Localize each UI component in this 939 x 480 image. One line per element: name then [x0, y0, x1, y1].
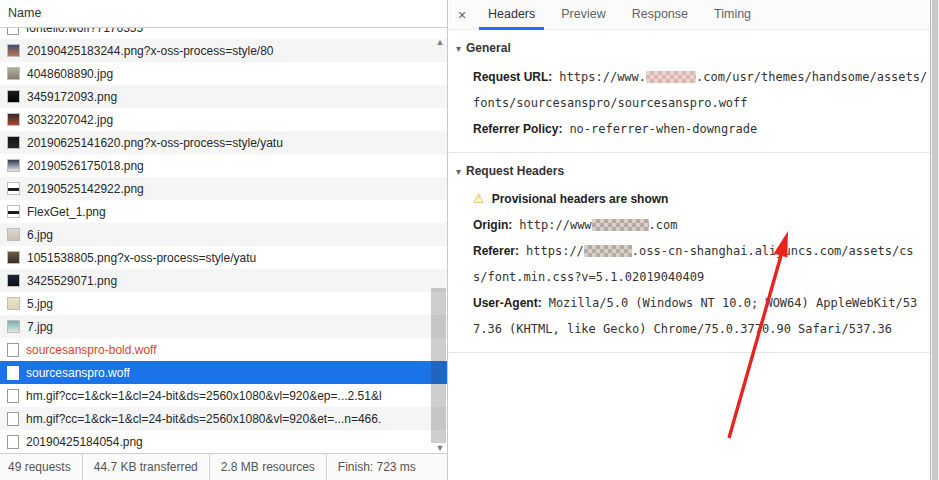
header-line: Request URL:https://www..com/usr/themes/… [473, 68, 939, 85]
general-section-header[interactable]: ▾ General [449, 30, 939, 55]
header-value: .com [649, 218, 678, 232]
image-thumbnail-icon [7, 274, 20, 287]
document-icon [7, 412, 19, 426]
request-name: 7.jpg [27, 320, 53, 334]
image-thumbnail-icon [7, 67, 20, 80]
header-line: Referrer Policy:no-referrer-when-downgra… [473, 120, 939, 137]
status-item: 49 requests [0, 454, 83, 480]
devtools-network-panel: Name fontello.woff?717635520190425183244… [0, 0, 939, 480]
header-value: .oss-cn-shanghai.aliyuncs.com/assets/cs [632, 244, 914, 258]
network-request-row[interactable]: 3425529071.png [0, 269, 447, 292]
status-item: Finish: 723 ms [327, 454, 427, 480]
tab-headers[interactable]: Headers [475, 0, 548, 30]
image-thumbnail-icon [7, 228, 20, 241]
network-summary-bar: 49 requests44.7 KB transferred2.8 MB res… [0, 453, 447, 480]
image-thumbnail-icon [7, 182, 20, 195]
network-request-row[interactable]: sourcesanspro-bold.woff [0, 338, 447, 361]
network-request-row[interactable]: fontello.woff?7176355 [0, 28, 447, 39]
section-divider [449, 352, 939, 353]
warning-icon: ⚠ [473, 191, 485, 207]
scroll-down-icon[interactable]: ▼ [433, 442, 447, 454]
document-icon [7, 28, 19, 35]
request-name: 5.jpg [27, 297, 53, 311]
status-item: 2.8 MB resources [210, 454, 327, 480]
request-name: sourcesanspro.woff [26, 366, 130, 380]
provisional-headers-warning: ⚠ Provisional headers are shown [473, 191, 939, 207]
image-thumbnail-icon [7, 251, 20, 264]
right-scrollbar[interactable] [930, 0, 939, 480]
image-thumbnail-icon [7, 159, 20, 172]
headers-tab-content: ▾ General Request URL:https://www..com/u… [449, 30, 939, 353]
header-value: fonts/sourcesanspro/sourcesanspro.woff [473, 96, 748, 110]
request-name: 3459172093.png [27, 90, 117, 104]
network-request-row[interactable]: 7.jpg [0, 315, 447, 338]
scrollbar-thumb[interactable] [431, 288, 446, 443]
header-line: fonts/sourcesanspro/sourcesanspro.woff [473, 94, 939, 111]
scrollbar-thumb[interactable] [932, 0, 938, 480]
header-line: User-Agent:Mozilla/5.0 (Windows NT 10.0;… [473, 294, 939, 311]
section-title: General [466, 41, 511, 55]
image-thumbnail-icon [7, 44, 20, 57]
tab-response[interactable]: Response [619, 0, 701, 30]
request-name: 20190526175018.png [27, 159, 144, 173]
network-request-row[interactable]: FlexGet_1.png [0, 200, 447, 223]
document-icon [7, 343, 19, 357]
header-line: 7.36 (KHTML, like Gecko) Chrome/75.0.377… [473, 320, 939, 337]
network-request-row[interactable]: 4048608890.jpg [0, 62, 447, 85]
header-value: Mozilla/5.0 (Windows NT 10.0; WOW64) App… [549, 296, 917, 310]
header-line: s/font.min.css?v=5.1.02019040409 [473, 268, 939, 285]
network-request-row[interactable]: 3032207042.jpg [0, 108, 447, 131]
network-request-row[interactable]: 6.jpg [0, 223, 447, 246]
request-name: 6.jpg [27, 228, 53, 242]
request-name: hm.gif?cc=1&ck=1&cl=24-bit&ds=2560x1080&… [26, 389, 382, 403]
network-request-row[interactable]: sourcesanspro.woff [0, 361, 447, 384]
header-line: Origin:http://www.com [473, 216, 939, 233]
image-thumbnail-icon [7, 90, 20, 103]
header-key: Request URL: [473, 70, 552, 84]
header-key: User-Agent: [473, 296, 542, 310]
request-name: sourcesanspro-bold.woff [26, 343, 157, 357]
document-icon [7, 366, 19, 380]
request-name: 4048608890.jpg [27, 67, 113, 81]
image-thumbnail-icon [7, 297, 20, 310]
request-details-panel: × HeadersPreviewResponseTiming ▾ General… [449, 0, 939, 480]
header-value: s/font.min.css?v=5.1.02019040409 [473, 270, 704, 284]
censored-text [584, 245, 632, 257]
header-value: .com/usr/themes/handsome/assets/ [696, 70, 927, 84]
network-request-row[interactable]: 20190425183244.png?x-oss-process=style/8… [0, 39, 447, 62]
request-name: 20190625141620.png?x-oss-process=style/y… [27, 136, 283, 150]
header-line: Referer:https://.oss-cn-shanghai.aliyunc… [473, 242, 939, 259]
tab-timing[interactable]: Timing [701, 0, 764, 30]
header-value: https:// [526, 244, 584, 258]
requests-list-panel: Name fontello.woff?717635520190425183244… [0, 0, 448, 480]
header-value: 7.36 (KHTML, like Gecko) Chrome/75.0.377… [473, 322, 892, 336]
network-request-row[interactable]: 20190425184054.png [0, 430, 447, 453]
header-value: no-referrer-when-downgrade [569, 122, 757, 136]
network-request-row[interactable]: 3459172093.png [0, 85, 447, 108]
name-column-header[interactable]: Name [0, 0, 447, 28]
network-request-row[interactable]: 5.jpg [0, 292, 447, 315]
header-value: http://www [519, 218, 591, 232]
request-name: 20190425184054.png [26, 435, 143, 449]
request-name: 3425529071.png [27, 274, 117, 288]
close-icon[interactable]: × [449, 7, 475, 23]
document-icon [7, 435, 19, 449]
network-request-row[interactable]: hm.gif?cc=1&ck=1&cl=24-bit&ds=2560x1080&… [0, 384, 447, 407]
request-name: 1051538805.png?x-oss-process=style/yatu [27, 251, 256, 265]
network-request-row[interactable]: 20190625141620.png?x-oss-process=style/y… [0, 131, 447, 154]
document-icon [7, 389, 19, 403]
request-name: 3032207042.jpg [27, 113, 113, 127]
network-request-row[interactable]: 20190525142922.png [0, 177, 447, 200]
network-request-row[interactable]: 20190526175018.png [0, 154, 447, 177]
censored-text [646, 71, 696, 83]
request-headers-section-header[interactable]: ▾ Request Headers [449, 153, 939, 178]
network-request-row[interactable]: 1051538805.png?x-oss-process=style/yatu [0, 246, 447, 269]
chevron-down-icon: ▾ [456, 166, 461, 177]
tab-preview[interactable]: Preview [548, 0, 618, 30]
request-name: 20190525142922.png [27, 182, 144, 196]
network-request-row[interactable]: hm.gif?cc=1&ck=1&cl=24-bit&ds=2560x1080&… [0, 407, 447, 430]
requests-list: fontello.woff?717635520190425183244.png?… [0, 28, 447, 453]
header-key: Origin: [473, 218, 512, 232]
scroll-up-icon[interactable]: ▲ [433, 36, 447, 48]
chevron-down-icon: ▾ [456, 43, 461, 54]
